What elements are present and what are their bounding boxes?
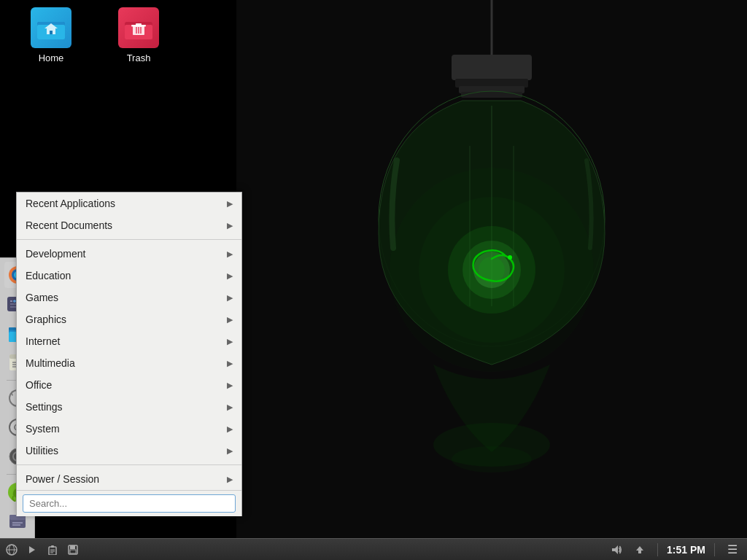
system-arrow: ▶: [227, 424, 233, 434]
menu-item-internet[interactable]: Internet ▶: [17, 330, 241, 352]
recent-applications-label: Recent Applications: [26, 198, 227, 209]
menu-item-recent-documents[interactable]: Recent Documents ▶: [17, 214, 241, 236]
internet-label: Internet: [26, 335, 227, 347]
settings-arrow: ▶: [227, 402, 233, 412]
svg-rect-76: [70, 550, 76, 553]
multimedia-arrow: ▶: [227, 359, 233, 368]
trash-icon[interactable]: Trash: [109, 7, 168, 63]
taskbar-network-icon[interactable]: [3, 541, 20, 559]
svg-rect-5: [461, 92, 522, 98]
trash-label: Trash: [127, 52, 151, 63]
desktop-icons: Home Trash: [22, 7, 168, 63]
menu-item-utilities[interactable]: Utilities ▶: [17, 440, 241, 462]
svg-rect-70: [51, 545, 54, 548]
desktop-wallpaper: [236, 0, 747, 560]
education-label: Education: [26, 270, 227, 281]
menu-item-power-session[interactable]: Power / Session ▶: [17, 468, 241, 490]
menu-item-settings[interactable]: Settings ▶: [17, 396, 241, 418]
menu-item-recent-applications[interactable]: Recent Applications ▶: [17, 192, 241, 214]
taskbar-right-section: 1:51 PM ☰: [602, 541, 747, 559]
office-arrow: ▶: [227, 381, 233, 390]
utilities-arrow: ▶: [227, 446, 233, 456]
development-arrow: ▶: [227, 249, 233, 259]
games-arrow: ▶: [227, 293, 233, 303]
graphics-arrow: ▶: [227, 315, 233, 324]
power-session-label: Power / Session: [26, 473, 227, 485]
recent-applications-arrow: ▶: [227, 199, 233, 209]
menu-item-office[interactable]: Office ▶: [17, 374, 241, 396]
power-session-arrow: ▶: [227, 475, 233, 484]
search-input[interactable]: [23, 494, 236, 513]
menu-item-development[interactable]: Development ▶: [17, 243, 241, 265]
taskbar-update-icon[interactable]: [631, 541, 649, 559]
taskbar-clipboard-icon[interactable]: [44, 541, 61, 559]
office-label: Office: [26, 379, 227, 391]
taskbar-volume-icon[interactable]: [608, 541, 625, 559]
svg-marker-68: [29, 546, 35, 553]
svg-rect-75: [70, 545, 75, 549]
taskbar-separator: [657, 543, 658, 556]
internet-arrow: ▶: [227, 337, 233, 346]
taskbar-menu-icon[interactable]: ☰: [724, 541, 741, 559]
home-folder-label: Home: [39, 52, 64, 63]
taskbar-clock: 1:51 PM: [667, 544, 705, 556]
menu-item-games[interactable]: Games ▶: [17, 287, 241, 308]
svg-rect-44: [9, 327, 16, 330]
education-arrow: ▶: [227, 271, 233, 281]
svg-rect-2: [452, 55, 532, 80]
recent-documents-label: Recent Documents: [26, 219, 227, 231]
svg-rect-29: [136, 23, 142, 26]
taskbar-left-section: [0, 541, 85, 559]
taskbar-save-icon[interactable]: [64, 541, 82, 559]
application-menu: Recent Applications ▶ Recent Documents ▶…: [16, 192, 242, 516]
home-folder-image: [31, 7, 71, 48]
graphics-label: Graphics: [26, 314, 227, 325]
recent-documents-arrow: ▶: [227, 221, 233, 230]
taskbar-separator-2: [714, 543, 715, 556]
svg-point-16: [390, 168, 594, 372]
system-label: System: [26, 423, 227, 435]
menu-item-system[interactable]: System ▶: [17, 418, 241, 440]
svg-marker-77: [612, 545, 618, 554]
svg-marker-78: [636, 546, 643, 553]
games-label: Games: [26, 292, 227, 303]
development-label: Development: [26, 248, 227, 260]
menu-item-education[interactable]: Education ▶: [17, 265, 241, 287]
utilities-label: Utilities: [26, 445, 227, 456]
bottom-taskbar: 1:51 PM ☰: [0, 538, 747, 560]
menu-item-multimedia[interactable]: Multimedia ▶: [17, 352, 241, 374]
app-menu-panel: Recent Applications ▶ Recent Documents ▶…: [0, 257, 35, 538]
trash-image: [118, 7, 159, 48]
settings-label: Settings: [26, 401, 227, 413]
menu-divider-2: [17, 464, 241, 465]
multimedia-label: Multimedia: [26, 357, 227, 369]
home-folder-icon[interactable]: Home: [22, 7, 80, 63]
menu-item-graphics[interactable]: Graphics ▶: [17, 308, 241, 330]
menu-divider-1: [17, 239, 241, 240]
search-container: [17, 490, 241, 516]
svg-rect-24: [50, 31, 53, 34]
svg-point-18: [452, 446, 532, 472]
taskbar-media-icon[interactable]: [23, 541, 41, 559]
